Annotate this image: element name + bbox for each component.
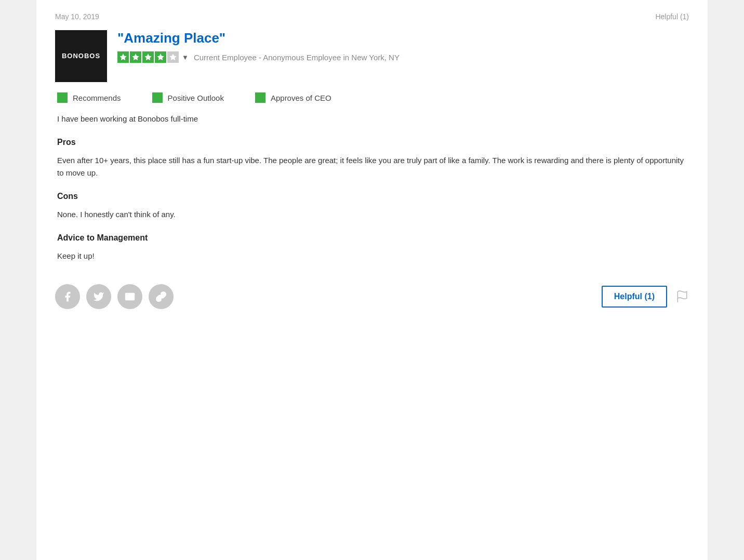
flag-icon — [675, 290, 689, 303]
review-summary: I have been working at Bonobos full-time — [57, 114, 689, 123]
pros-body: Even after 10+ years, this place still h… — [57, 154, 689, 179]
review-date: May 10, 2019 — [55, 12, 99, 21]
attribute-approves-ceo: Approves of CEO — [255, 92, 331, 103]
stars-container[interactable]: ▼ — [117, 51, 189, 63]
star-2 — [130, 51, 141, 63]
cons-heading: Cons — [57, 192, 689, 201]
footer-row: Helpful (1) — [55, 279, 689, 309]
pros-heading: Pros — [57, 138, 689, 147]
twitter-icon[interactable] — [86, 284, 111, 309]
positive-outlook-icon — [152, 92, 163, 103]
attribute-recommends: Recommends — [57, 92, 121, 103]
helpful-top-label: Helpful (1) — [655, 12, 689, 21]
star-3 — [142, 51, 154, 63]
pros-section: Pros Even after 10+ years, this place st… — [57, 138, 689, 179]
rating-row: ▼ Current Employee - Anonymous Employee … — [117, 51, 689, 63]
meta-row: May 10, 2019 Helpful (1) — [55, 12, 689, 21]
star-1 — [117, 51, 129, 63]
positive-outlook-label: Positive Outlook — [168, 94, 224, 102]
star-5 — [167, 51, 179, 63]
social-icons — [55, 284, 174, 309]
company-logo-text: BONOBOS — [62, 52, 100, 61]
facebook-icon[interactable] — [55, 284, 80, 309]
email-icon[interactable] — [117, 284, 142, 309]
link-icon[interactable] — [149, 284, 174, 309]
company-logo: BONOBOS — [55, 30, 107, 82]
review-title: "Amazing Place" — [117, 30, 689, 46]
employee-info: Current Employee - Anonymous Employee in… — [194, 53, 400, 62]
advice-body: Keep it up! — [57, 250, 689, 262]
flag-button[interactable] — [675, 290, 689, 303]
attribute-positive-outlook: Positive Outlook — [152, 92, 224, 103]
helpful-button[interactable]: Helpful (1) — [602, 286, 667, 308]
approves-ceo-icon — [255, 92, 265, 103]
approves-ceo-label: Approves of CEO — [271, 94, 331, 102]
star-4 — [155, 51, 166, 63]
cons-section: Cons None. I honestly can't think of any… — [57, 192, 689, 221]
review-header: BONOBOS "Amazing Place" — [55, 30, 689, 82]
rating-dropdown-arrow[interactable]: ▼ — [182, 54, 189, 61]
recommends-icon — [57, 92, 68, 103]
advice-section: Advice to Management Keep it up! — [57, 233, 689, 262]
cons-body: None. I honestly can't think of any. — [57, 208, 689, 221]
attributes-row: Recommends Positive Outlook Approves of … — [57, 92, 689, 103]
advice-heading: Advice to Management — [57, 233, 689, 243]
review-title-block: "Amazing Place" — [117, 30, 689, 66]
recommends-label: Recommends — [73, 94, 121, 102]
footer-right: Helpful (1) — [602, 286, 689, 308]
